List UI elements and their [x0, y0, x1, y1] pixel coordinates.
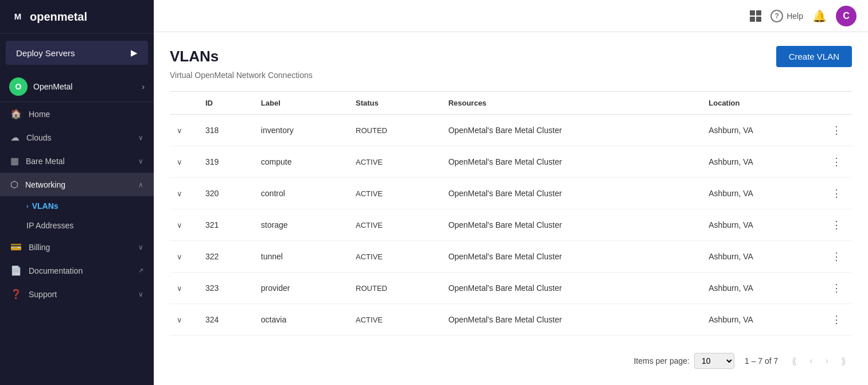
row-more-button[interactable]: ⋮ — [828, 217, 845, 232]
sidebar-item-networking[interactable]: ⬡ Networking ∧ — [0, 173, 154, 196]
row-actions: ⋮ — [821, 115, 852, 146]
row-actions: ⋮ — [821, 178, 852, 209]
sidebar-item-home[interactable]: 🏠 Home — [0, 102, 154, 126]
row-more-button[interactable]: ⋮ — [828, 123, 845, 138]
table-row: ∨ 318 inventory ROUTED OpenMetal's Bare … — [170, 115, 852, 146]
chevron-up-icon: ∧ — [138, 181, 143, 189]
row-location: Ashburn, VA — [702, 209, 821, 241]
document-icon: 📄 — [10, 265, 22, 276]
row-location: Ashburn, VA — [702, 273, 821, 304]
chevron-down-icon[interactable]: ∨ — [177, 189, 182, 198]
sidebar-item-billing[interactable]: 💳 Billing ∨ — [0, 235, 154, 259]
row-more-button[interactable]: ⋮ — [828, 249, 845, 264]
home-icon: 🏠 — [10, 108, 22, 119]
sidebar-item-documentation[interactable]: 📄 Documentation ↗ — [0, 259, 154, 282]
row-resources: OpenMetal's Bare Metal Cluster — [441, 241, 702, 273]
table-row: ∨ 323 provider ROUTED OpenMetal's Bare M… — [170, 273, 852, 304]
col-id: ID — [198, 92, 254, 115]
table-header: ID Label Status Resources Location — [170, 92, 852, 115]
row-resources: OpenMetal's Bare Metal Cluster — [441, 178, 702, 209]
org-icon: O — [9, 77, 28, 96]
chevron-down-icon: ∨ — [138, 290, 143, 298]
row-status: ROUTED — [349, 273, 441, 304]
table-row: ∨ 322 tunnel ACTIVE OpenMetal's Bare Met… — [170, 241, 852, 273]
col-location: Location — [702, 92, 821, 115]
sidebar-item-label: Clouds — [26, 133, 138, 142]
row-label: compute — [254, 146, 349, 178]
row-id: 324 — [198, 304, 254, 336]
row-actions: ⋮ — [821, 146, 852, 178]
row-resources: OpenMetal's Bare Metal Cluster — [441, 273, 702, 304]
items-per-page-select[interactable]: 10 25 50 — [694, 353, 734, 369]
row-id: 318 — [198, 115, 254, 146]
sidebar-item-label: Home — [29, 110, 143, 119]
chevron-down-icon[interactable]: ∨ — [177, 158, 182, 166]
chevron-down-icon: ∨ — [138, 134, 143, 142]
col-resources: Resources — [441, 92, 702, 115]
row-expand[interactable]: ∨ — [170, 273, 198, 304]
sidebar-item-bare-metal[interactable]: ▦ Bare Metal ∨ — [0, 149, 154, 173]
page-header: VLANs Create VLAN — [170, 46, 852, 67]
row-expand[interactable]: ∨ — [170, 241, 198, 273]
chevron-right-icon: › — [26, 203, 29, 209]
next-page-button[interactable]: › — [822, 353, 832, 368]
row-expand[interactable]: ∨ — [170, 146, 198, 178]
org-selector[interactable]: O OpenMetal › — [0, 72, 154, 102]
row-expand[interactable]: ∨ — [170, 304, 198, 336]
last-page-button[interactable]: ⟫ — [838, 353, 850, 369]
deploy-servers-button[interactable]: Deploy Servers ▶ — [6, 41, 148, 65]
sidebar-item-label: Support — [29, 290, 138, 299]
row-more-button[interactable]: ⋮ — [828, 312, 845, 327]
table-body: ∨ 318 inventory ROUTED OpenMetal's Bare … — [170, 115, 852, 336]
create-vlan-button[interactable]: Create VLAN — [776, 46, 852, 67]
row-id: 320 — [198, 178, 254, 209]
row-more-button[interactable]: ⋮ — [828, 154, 845, 169]
avatar-letter: C — [843, 11, 850, 21]
row-label: octavia — [254, 304, 349, 336]
row-expand[interactable]: ∨ — [170, 178, 198, 209]
row-label: storage — [254, 209, 349, 241]
page-content: VLANs Create VLAN Virtual OpenMetal Netw… — [154, 32, 868, 385]
row-actions: ⋮ — [821, 209, 852, 241]
chevron-down-icon[interactable]: ∨ — [177, 284, 182, 293]
pagination-bar: Items per page: 10 25 50 1 – 7 of 7 ⟪ ‹ … — [170, 345, 852, 371]
notifications-bell-icon[interactable]: 🔔 — [812, 9, 827, 23]
help-label: Help — [787, 11, 803, 21]
main-content: ? Help 🔔 C VLANs Create VLAN Virtual Ope… — [154, 0, 868, 385]
user-avatar[interactable]: C — [836, 6, 857, 26]
support-icon: ❓ — [10, 289, 22, 300]
row-id: 322 — [198, 241, 254, 273]
sidebar-item-label: Networking — [25, 180, 138, 189]
sidebar-item-support[interactable]: ❓ Support ∨ — [0, 282, 154, 306]
row-status: ROUTED — [349, 115, 441, 146]
chevron-down-icon[interactable]: ∨ — [177, 252, 182, 261]
row-more-button[interactable]: ⋮ — [828, 186, 845, 201]
chevron-down-icon[interactable]: ∨ — [177, 221, 182, 230]
topbar: ? Help 🔔 C — [154, 0, 868, 32]
row-resources: OpenMetal's Bare Metal Cluster — [441, 146, 702, 178]
prev-page-button[interactable]: ‹ — [806, 353, 816, 368]
col-expand — [170, 92, 198, 115]
sidebar-item-vlans[interactable]: › VLANs — [0, 196, 154, 216]
deploy-arrow-icon: ▶ — [131, 48, 138, 58]
sidebar-item-label: IP Addresses — [26, 221, 73, 230]
help-circle-icon: ? — [770, 10, 783, 22]
chevron-down-icon[interactable]: ∨ — [177, 316, 182, 324]
table-row: ∨ 320 control ACTIVE OpenMetal's Bare Me… — [170, 178, 852, 209]
sidebar: M openmetal Deploy Servers ▶ O OpenMetal… — [0, 0, 154, 385]
grid-view-icon[interactable] — [750, 10, 761, 22]
sidebar-item-label: Documentation — [29, 266, 138, 275]
row-actions: ⋮ — [821, 304, 852, 336]
sidebar-item-clouds[interactable]: ☁ Clouds ∨ — [0, 126, 154, 149]
first-page-button[interactable]: ⟪ — [788, 353, 800, 369]
help-button[interactable]: ? Help — [770, 10, 803, 22]
row-resources: OpenMetal's Bare Metal Cluster — [441, 209, 702, 241]
row-expand[interactable]: ∨ — [170, 115, 198, 146]
table-row: ∨ 319 compute ACTIVE OpenMetal's Bare Me… — [170, 146, 852, 178]
sidebar-item-ip-addresses[interactable]: IP Addresses — [0, 216, 154, 235]
page-title: VLANs — [170, 48, 219, 65]
row-expand[interactable]: ∨ — [170, 209, 198, 241]
chevron-down-icon[interactable]: ∨ — [177, 126, 182, 135]
row-status: ACTIVE — [349, 241, 441, 273]
row-more-button[interactable]: ⋮ — [828, 281, 845, 295]
